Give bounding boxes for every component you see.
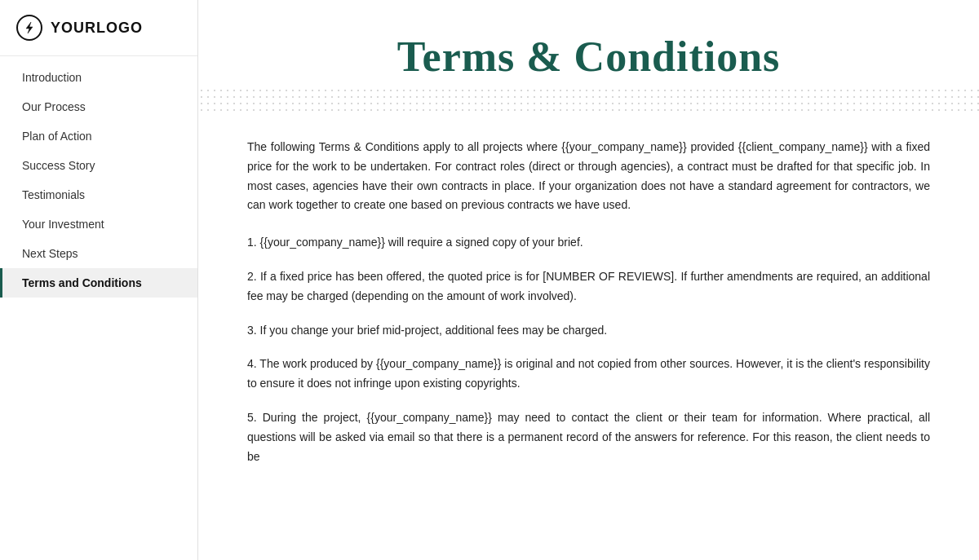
svg-marker-0: [26, 22, 33, 33]
item3: 3. If you change your brief mid-project,…: [247, 321, 930, 341]
logo-area: YOURLOGO: [0, 0, 197, 56]
item4: 4. The work produced by {{your_company_n…: [247, 355, 930, 394]
sidebar-item-plan-of-action[interactable]: Plan of Action: [0, 121, 197, 151]
logo-icon: [16, 15, 42, 41]
sidebar-item-our-process[interactable]: Our Process: [0, 92, 197, 121]
sidebar-nav: Introduction Our Process Plan of Action …: [0, 63, 197, 298]
sidebar-item-your-investment[interactable]: Your Investment: [0, 209, 197, 239]
page-header: Terms & Conditions: [198, 0, 979, 113]
sidebar-item-terms-and-conditions[interactable]: Terms and Conditions: [0, 268, 197, 298]
item5: 5. During the project, {{your_company_na…: [247, 408, 930, 466]
sidebar: YOURLOGO Introduction Our Process Plan o…: [0, 0, 198, 560]
item2: 2. If a fixed price has been offered, th…: [247, 267, 930, 306]
sidebar-item-success-story[interactable]: Success Story: [0, 151, 197, 180]
decorative-divider: [198, 87, 979, 113]
logo-text: YOURLOGO: [51, 20, 143, 37]
page-title: Terms & Conditions: [198, 33, 979, 81]
item1: 1. {{your_company_name}} will require a …: [247, 233, 930, 253]
intro-paragraph: The following Terms & Conditions apply t…: [247, 138, 930, 215]
sidebar-item-introduction[interactable]: Introduction: [0, 63, 197, 92]
sidebar-item-testimonials[interactable]: Testimonials: [0, 180, 197, 209]
main-content: Terms & Conditions The following Terms &…: [198, 0, 979, 560]
sidebar-item-next-steps[interactable]: Next Steps: [0, 239, 197, 268]
content-body: The following Terms & Conditions apply t…: [198, 113, 979, 514]
